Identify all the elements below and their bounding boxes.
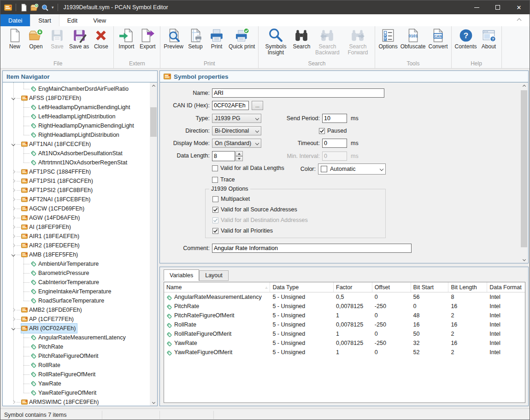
column-header-data-format[interactable]: Data Format (487, 282, 525, 292)
close-button[interactable]: Close (90, 27, 112, 50)
options-button[interactable]: Options (377, 27, 399, 50)
column-header-offset[interactable]: Offset (372, 282, 411, 292)
tree-item-air2-18fedefeh[interactable]: AIR2 (18FEDEFEh) (3, 241, 150, 250)
symbols-insight-button[interactable]: Symbols Insight (260, 27, 291, 56)
spin-down-button[interactable] (236, 156, 243, 161)
tree-item-agw-14fd6afeh[interactable]: AGW (14FD6AFEh) (3, 213, 150, 222)
tree-collapse-icon[interactable] (10, 325, 17, 332)
tree-item-pitchratefigureofmerit[interactable]: PitchRateFigureOfMerit (3, 351, 150, 361)
menu-tab-edit[interactable]: Edit (59, 14, 85, 26)
variable-row-rollrate[interactable]: RollRate5 - Unsigned0,0078125-2501616Int… (164, 320, 525, 329)
tab-layout[interactable]: Layout (199, 270, 229, 281)
menu-tab-datei[interactable]: Datei (0, 14, 30, 26)
menu-tab-start[interactable]: Start (30, 14, 59, 26)
tree-item-armswimc-18fce9feh[interactable]: ARMSWIMC (18FCE9FEh) (3, 397, 150, 406)
tree-item-engmainchamberdsrdairfuelratio[interactable]: EngMainChamberDsrdAirFuelRatio (3, 84, 150, 93)
tree-expand-icon[interactable] (10, 316, 17, 322)
tree-collapse-icon[interactable] (10, 251, 17, 258)
import-button[interactable]: Import (116, 27, 137, 50)
tree-item-barometricpressure[interactable]: BarometricPressure (3, 268, 150, 278)
column-header-data-type[interactable]: Data Type (270, 282, 334, 292)
tree-item-aft1psi1-18fc8cfeh[interactable]: AFT1PSI1 (18FC8CFEh) (3, 176, 150, 186)
tree-item-rightheadlamplightdistribution[interactable]: RightHeadlampLightDistribution (3, 130, 150, 140)
column-header-name[interactable]: Name▵ (164, 282, 270, 292)
tree-item-leftheadlamplightdistribution[interactable]: LeftHeadlampLightDistribution (3, 112, 150, 121)
tree-item-leftheadlampdynamicbendinglight[interactable]: LeftHeadlampDynamicBendingLight (3, 103, 150, 112)
obfuscate-button[interactable]: 0101Obfuscate (399, 27, 427, 50)
about-button[interactable]: ?About (478, 27, 500, 50)
tree-collapse-icon[interactable] (10, 141, 17, 147)
variable-row-rollratefigureofmerit[interactable]: RollRateFigureOfMerit5 - Unsigned10502In… (164, 329, 525, 338)
tree-item-aft1noxadsorberdesulfationstat[interactable]: Aft1NOxAdsorberDesulfationStat (3, 149, 150, 158)
can-id-input[interactable] (212, 101, 249, 110)
tree-item-rightheadlampdynamicbendinglight[interactable]: RightHeadlampDynamicBendingLight (3, 121, 150, 130)
tree-item-angularratemeasurementlatency[interactable]: AngularRateMeasurementLatency (3, 333, 150, 342)
tree-expand-icon[interactable] (10, 187, 17, 193)
tree-item-aft2nai-18fcebfeh[interactable]: AFT2NAI (18FCEBFEh) (3, 195, 150, 204)
type-dropdown[interactable]: J1939 PG (212, 114, 261, 123)
quick-access-new-icon[interactable] (20, 4, 28, 12)
minimize-button[interactable] (466, 0, 487, 14)
search-button[interactable]: Search (291, 27, 312, 50)
can-id-browse-button[interactable]: ... (252, 101, 263, 110)
column-header-factor[interactable]: Factor (334, 282, 372, 292)
name-input[interactable] (212, 88, 384, 98)
new-button[interactable]: New (4, 27, 25, 50)
comment-input[interactable] (212, 244, 412, 253)
close-button[interactable]: ✕ (508, 0, 530, 14)
setup-button[interactable]: Setup (185, 27, 206, 50)
send-period-input[interactable] (322, 114, 347, 123)
valid-for-all-source-addresses-checkbox[interactable]: Valid for all Source Addresses (212, 206, 297, 213)
export-button[interactable]: Export (137, 27, 158, 50)
tree-item-ambientairtemperature[interactable]: AmbientAirTemperature (3, 259, 150, 268)
tree-expand-icon[interactable] (10, 196, 17, 203)
tree-expand-icon[interactable] (10, 307, 17, 313)
trace-checkbox[interactable]: Trace (212, 176, 235, 183)
tree-item-rollratefigureofmerit[interactable]: RollRateFigureOfMerit (3, 370, 150, 379)
tree-item-amb-18fef5feh[interactable]: AMB (18FEF5FEh) (3, 250, 150, 259)
tree-item-cabinteriortemperature[interactable]: CabInteriorTemperature (3, 278, 150, 287)
tree-expand-icon[interactable] (10, 215, 17, 221)
quick-print-button[interactable]: Quick print (227, 27, 256, 50)
tree-item-aft1psc-1884fffeh[interactable]: AFT1PSC (1884FFFEh) (3, 167, 150, 176)
tab-variables[interactable]: Variables (164, 269, 199, 281)
tree-expand-icon[interactable] (10, 233, 17, 239)
quick-access-preview-icon[interactable] (41, 4, 49, 12)
tree-item-roadsurfacetemperature[interactable]: RoadSurfaceTemperature (3, 296, 150, 305)
tree-expand-icon[interactable] (10, 224, 17, 230)
tree-item-agcw-1cfd69feh[interactable]: AGCW (1CFD69FEh) (3, 204, 150, 213)
contents-button[interactable]: ?Contents (453, 27, 478, 50)
tree-item-aft1psi2-18fc8bfeh[interactable]: AFT1PSI2 (18FC8BFEh) (3, 186, 150, 195)
quick-access-open-icon[interactable] (30, 4, 38, 12)
tree-item-aft1nai-18fcecfeh[interactable]: AFT1NAI (18FCECFEh) (3, 140, 150, 149)
tree-item-ari-0cf02afeh[interactable]: ARI (0CF02AFEh) (3, 324, 150, 333)
column-header-bit-start[interactable]: Bit Start (411, 282, 449, 292)
variable-row-yawratefigureofmerit[interactable]: YawRateFigureOfMerit5 - Unsigned10522Int… (164, 348, 525, 357)
tree-expand-icon[interactable] (10, 169, 17, 175)
convert-button[interactable]: CANConvert (427, 27, 449, 50)
timeout-input[interactable] (322, 139, 347, 148)
scroll-down-icon[interactable] (150, 398, 157, 406)
tree-item-yawrate[interactable]: YawRate (3, 379, 150, 388)
paused-checkbox[interactable]: Paused (319, 128, 347, 134)
tree-item-ap-1cfe77feh[interactable]: AP (1CFE77FEh) (3, 315, 150, 324)
variable-row-angularratemeasurementlatency[interactable]: AngularRateMeasurementLatency5 - Unsigne… (164, 292, 525, 302)
variable-row-pitchrate[interactable]: PitchRate5 - Unsigned0,0078125-250016Int… (164, 302, 525, 311)
tree-scrollbar-thumb[interactable] (150, 107, 157, 137)
tree-item-amb2-18fde0feh[interactable]: AMB2 (18FDE0FEh) (3, 305, 150, 315)
tree-item-air1-18feaefeh[interactable]: AIR1 (18FEAEFEh) (3, 232, 150, 241)
tree-item-rollrate[interactable]: RollRate (3, 361, 150, 370)
variable-row-yawrate[interactable]: YawRate5 - Unsigned0,0078125-2503216Inte… (164, 338, 525, 348)
display-mode-dropdown[interactable]: On (Standard) (212, 139, 261, 148)
tree-scrollbar[interactable] (150, 82, 157, 406)
quick-access-dropdown-icon[interactable]: ▾ (52, 5, 54, 10)
data-length-input[interactable] (212, 151, 235, 161)
scroll-down-icon[interactable] (520, 256, 528, 263)
color-dropdown[interactable]: Automatic (318, 163, 386, 175)
print-button[interactable]: Print (206, 27, 227, 50)
properties-scrollbar[interactable] (520, 82, 528, 263)
tree-item-aftrtrtmnt1noxadsorberregenstat[interactable]: Aftrtrtmnt1NOxAdsorberRegenStat (3, 158, 150, 167)
direction-dropdown[interactable]: Bi-Directional (212, 126, 261, 135)
tree-expand-icon[interactable] (10, 178, 17, 184)
maximize-button[interactable] (487, 0, 508, 14)
